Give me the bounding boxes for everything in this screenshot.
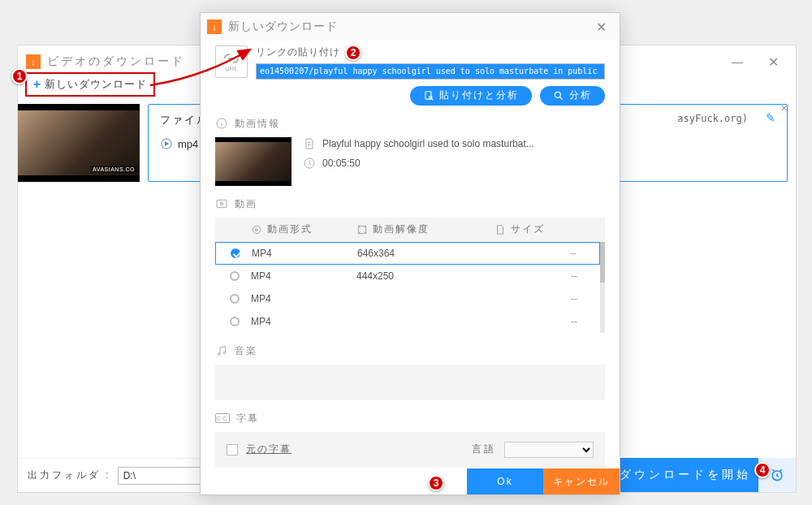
svg-point-8: [253, 226, 260, 233]
music-empty-area: [215, 365, 605, 400]
size-cell: --: [495, 316, 585, 327]
step-badge-4: 4: [754, 462, 771, 478]
svg-point-4: [555, 92, 560, 97]
app-icon: ↓: [26, 54, 41, 69]
edit-icon[interactable]: ✎: [766, 111, 775, 124]
resolution-cell: 646x364: [357, 248, 495, 259]
format-row[interactable]: MP4646x364--: [215, 242, 600, 265]
format-icon: [251, 224, 262, 235]
language-select[interactable]: [504, 442, 594, 458]
dialog-app-icon: ↓: [207, 19, 222, 34]
ok-button[interactable]: Ok: [467, 468, 543, 494]
info-thumbnail: [215, 137, 292, 186]
format-table-header: 動画形式 動画解像度 サイズ: [215, 218, 605, 242]
subtitle-row: 元の字幕 言語: [215, 432, 605, 468]
video-duration: 00:05:50: [322, 158, 361, 169]
format-row[interactable]: MP4444x250--: [215, 265, 600, 287]
original-subtitle-label[interactable]: 元の字幕: [246, 442, 292, 456]
video-section-heading: 動画: [235, 197, 257, 211]
remove-icon[interactable]: ✕: [777, 101, 790, 114]
paste-analyze-button[interactable]: 貼り付けと分析: [410, 86, 532, 106]
clock-icon: [303, 157, 316, 170]
document-icon: [303, 137, 316, 150]
step-badge-1: 1: [11, 68, 28, 84]
col-size: サイズ: [511, 222, 545, 236]
svg-rect-2: [425, 91, 431, 98]
analyze-button[interactable]: 分析: [540, 86, 605, 106]
paste-analyze-label: 貼り付けと分析: [439, 88, 519, 102]
format-radio[interactable]: [230, 271, 251, 281]
format-cell: MP4: [252, 248, 357, 259]
analyze-label: 分析: [569, 88, 592, 102]
table-scrollbar[interactable]: [600, 242, 605, 283]
url-input[interactable]: [256, 63, 605, 80]
format-row[interactable]: MP4--: [215, 287, 600, 310]
dialog-footer: Ok キャンセル: [201, 468, 620, 494]
minimize-button[interactable]: —: [723, 55, 752, 68]
resolution-cell: 444x250: [356, 270, 495, 282]
format-radio[interactable]: [230, 317, 251, 326]
url-icon-label: URL: [225, 65, 238, 72]
size-cell: --: [495, 270, 585, 282]
original-subtitle-checkbox[interactable]: [227, 444, 238, 455]
format-cell: MP4: [251, 270, 356, 282]
format-radio[interactable]: [231, 248, 252, 258]
format-cell: MP4: [251, 293, 356, 304]
search-icon: [553, 90, 564, 101]
video-title: Playful happy schoolgirl used to solo ma…: [322, 138, 534, 149]
format-cell: MP4: [251, 316, 356, 327]
size-cell: --: [495, 293, 585, 304]
language-label: 言語: [472, 442, 496, 456]
col-resolution: 動画解像度: [373, 222, 430, 236]
source-text: asyFuck.org): [677, 113, 748, 124]
format-row[interactable]: MP4--: [215, 310, 600, 333]
paste-link-label: リンクの貼り付け: [256, 45, 605, 59]
dialog-close-button[interactable]: ✕: [589, 19, 613, 35]
svg-point-10: [218, 353, 220, 356]
thumbnail-image: AVASIANS.CO: [18, 110, 140, 175]
col-format: 動画形式: [267, 222, 313, 236]
new-download-button[interactable]: + 新しいダウンロード: [25, 72, 155, 97]
video-info-heading: 動画情報: [235, 117, 280, 131]
format-radio[interactable]: [230, 294, 251, 304]
step-badge-2: 2: [345, 45, 361, 61]
video-section-icon: [215, 197, 228, 210]
alarm-icon: [769, 467, 785, 483]
new-download-dialog: ↓ 新しいダウンロード ✕ URL リンクの貼り付け 貼り付けと分析: [200, 12, 620, 495]
music-icon: [215, 344, 228, 357]
music-section-heading: 音楽: [235, 344, 257, 358]
cc-icon: CC: [215, 413, 230, 423]
size-cell: --: [495, 248, 585, 259]
clipboard-search-icon: [423, 90, 434, 101]
new-download-label: 新しいダウンロード: [45, 77, 147, 92]
step-badge-3: 3: [428, 475, 444, 491]
video-format-icon: [160, 137, 173, 150]
dialog-titlebar: ↓ 新しいダウンロード ✕: [201, 13, 620, 41]
url-drop-icon: URL: [215, 45, 248, 78]
info-icon: [215, 117, 228, 130]
cancel-button[interactable]: キャンセル: [543, 468, 620, 494]
output-folder-label: 出力フォルダ :: [28, 468, 111, 482]
resolution-icon: [356, 224, 368, 235]
subtitle-section-heading: 字幕: [236, 412, 259, 425]
format-table: 動画形式 動画解像度 サイズ MP4646x364--MP4444x250--M…: [215, 218, 605, 333]
start-download-button[interactable]: ダウンロードを開始: [612, 458, 758, 492]
svg-point-11: [223, 352, 226, 354]
close-button[interactable]: ✕: [758, 54, 788, 70]
size-icon: [495, 224, 506, 235]
plus-icon: +: [33, 77, 41, 92]
mp4-label: mp4: [178, 138, 198, 150]
dialog-title: 新しいダウンロード: [228, 19, 582, 34]
thumbnail-watermark: AVASIANS.CO: [90, 166, 137, 173]
video-thumbnail[interactable]: AVASIANS.CO: [18, 104, 140, 182]
svg-rect-7: [217, 200, 227, 207]
svg-point-3: [430, 96, 433, 99]
